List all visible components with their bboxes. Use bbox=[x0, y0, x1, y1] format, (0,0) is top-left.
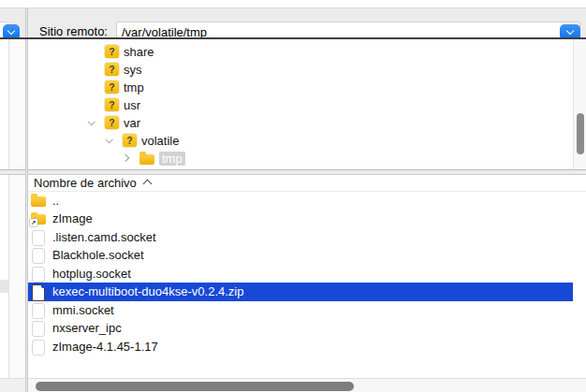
folder-icon bbox=[105, 45, 119, 58]
tree-item-label: tmp bbox=[159, 152, 185, 166]
file-type-icon: ↗ bbox=[31, 339, 46, 354]
folder-icon bbox=[105, 63, 119, 76]
symlink-arrow-icon: ↗ bbox=[31, 302, 41, 316]
local-selected-row-fragment bbox=[0, 280, 8, 293]
local-pane-sliver bbox=[0, 38, 25, 378]
symlink-arrow-icon: ↗ bbox=[31, 339, 41, 353]
folder-icon bbox=[105, 80, 119, 94]
tree-row[interactable]: share bbox=[28, 43, 573, 61]
tree-item-label: share bbox=[124, 45, 154, 59]
file-row[interactable]: ↗ nxserver_ipc bbox=[28, 319, 573, 338]
remote-horizontal-scrollbar-track[interactable] bbox=[28, 378, 586, 392]
file-row[interactable]: ↗ kexec-multiboot-duo4kse-v0.2.4.zip bbox=[28, 283, 573, 301]
remote-directory-tree: share sys tmp usr var volatile tmp bbox=[28, 38, 573, 169]
symlink-arrow-icon: ↗ bbox=[31, 193, 41, 207]
symlink-arrow-icon: ↗ bbox=[31, 266, 41, 280]
file-row[interactable]: ↗ mmi.socket bbox=[28, 301, 573, 320]
folder-icon bbox=[123, 134, 137, 147]
file-type-icon: ↗ bbox=[31, 229, 46, 244]
file-row[interactable]: ↗ .. bbox=[28, 192, 573, 211]
file-name-label: .listen.camd.socket bbox=[52, 230, 156, 244]
sort-ascending-icon bbox=[142, 180, 152, 189]
file-name-label: zImage bbox=[52, 211, 93, 225]
file-row[interactable]: ↗ zImage-4.1.45-1.17 bbox=[28, 338, 573, 356]
tree-row[interactable]: usr bbox=[28, 96, 573, 114]
file-name-label: hotplug.socket bbox=[52, 267, 131, 281]
file-name-label: Blackhole.socket bbox=[52, 248, 144, 262]
file-name-label: kexec-multiboot-duo4kse-v0.2.4.zip bbox=[52, 284, 244, 298]
pane-vertical-splitter[interactable] bbox=[25, 8, 28, 392]
symlink-arrow-icon: ↗ bbox=[30, 219, 37, 226]
file-row[interactable]: ↗ hotplug.socket bbox=[28, 265, 573, 283]
symlink-arrow-icon: ↗ bbox=[31, 284, 41, 298]
remote-tree-scrollbar-track[interactable] bbox=[573, 38, 586, 169]
folder-icon bbox=[105, 98, 119, 111]
symlink-arrow-icon: ↗ bbox=[31, 321, 41, 335]
file-row[interactable]: ↗ zImage bbox=[28, 210, 573, 228]
remote-tree-scrollbar-thumb[interactable] bbox=[577, 113, 584, 154]
tree-row[interactable]: var bbox=[28, 114, 573, 132]
local-bottom-corner bbox=[0, 378, 28, 392]
window-top-strip bbox=[0, 0, 586, 8]
tree-item-label: usr bbox=[124, 98, 140, 112]
tree-row[interactable]: volatile bbox=[28, 132, 573, 150]
tree-row[interactable]: tmp bbox=[28, 150, 573, 167]
file-type-icon: ↗ bbox=[31, 284, 46, 299]
tree-item-label: volatile bbox=[141, 134, 179, 148]
file-type-icon: ↗ bbox=[31, 302, 46, 317]
tree-item-label: tmp bbox=[124, 80, 144, 94]
file-name-label: .. bbox=[52, 194, 59, 208]
file-type-icon: ↗ bbox=[31, 211, 46, 226]
chevron-down-icon bbox=[7, 27, 15, 35]
file-type-icon: ↗ bbox=[31, 193, 46, 208]
tree-row[interactable]: tmp bbox=[28, 79, 573, 96]
tree-expander-icon[interactable] bbox=[82, 114, 101, 132]
tree-expander-icon[interactable] bbox=[117, 150, 136, 167]
file-type-icon: ↗ bbox=[31, 321, 46, 336]
filename-header-label: Nombre de archivo bbox=[34, 176, 137, 190]
tree-item-label: var bbox=[124, 116, 140, 130]
file-type-icon: ↗ bbox=[31, 266, 46, 281]
filename-column-header[interactable]: Nombre de archivo bbox=[28, 175, 586, 192]
tree-expander-icon[interactable] bbox=[82, 61, 101, 79]
remote-site-label: Sitio remoto: bbox=[39, 24, 108, 38]
file-name-label: nxserver_ipc bbox=[52, 321, 122, 335]
file-rows: ↗ .. ↗ zImage ↗ .listen.camd.socket ↗ Bl… bbox=[28, 192, 586, 356]
remote-file-list: Nombre de archivo ↗ .. ↗ zImage ↗ .liste… bbox=[28, 175, 586, 378]
folder-icon bbox=[105, 116, 119, 129]
file-name-label: mmi.socket bbox=[52, 303, 114, 317]
tree-expander-icon[interactable] bbox=[100, 132, 119, 150]
folder-icon bbox=[139, 154, 154, 165]
remote-horizontal-scrollbar-thumb[interactable] bbox=[36, 382, 354, 391]
tree-expander-icon[interactable] bbox=[82, 43, 101, 61]
file-row[interactable]: ↗ .listen.camd.socket bbox=[28, 228, 573, 247]
symlink-arrow-icon: ↗ bbox=[31, 248, 41, 262]
pane-top-border bbox=[0, 37, 586, 39]
symlink-arrow-icon: ↗ bbox=[31, 229, 41, 243]
tree-row[interactable]: sys bbox=[28, 61, 573, 79]
local-scrollbar-track[interactable] bbox=[8, 38, 25, 378]
remote-path-bar: Sitio remoto: bbox=[0, 8, 586, 37]
file-type-icon: ↗ bbox=[31, 248, 46, 263]
file-row[interactable]: ↗ Blackhole.socket bbox=[28, 246, 573, 265]
local-pane-splitter[interactable] bbox=[0, 169, 25, 175]
tree-item-label: sys bbox=[124, 63, 142, 77]
chevron-down-icon bbox=[566, 27, 574, 35]
tree-expander-icon[interactable] bbox=[82, 96, 101, 114]
file-name-label: zImage-4.1.45-1.17 bbox=[52, 340, 158, 354]
tree-expander-icon[interactable] bbox=[82, 79, 101, 96]
